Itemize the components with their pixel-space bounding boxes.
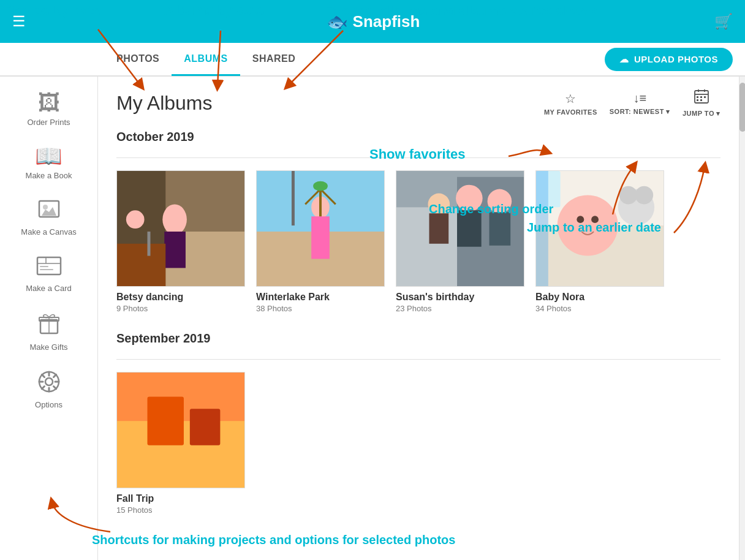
svg-rect-68 — [190, 409, 221, 445]
album-item-winterlake[interactable]: Winterlake Park 38 Photos — [256, 170, 385, 313]
sort-icon: ↓≡ — [633, 91, 647, 105]
svg-point-57 — [558, 195, 618, 256]
favorites-star-icon: ☆ — [565, 91, 576, 106]
album-thumb-winterlake — [256, 170, 385, 287]
svg-rect-25 — [700, 96, 702, 98]
section-divider-1 — [116, 157, 720, 158]
svg-line-19 — [42, 387, 44, 389]
october-album-grid: Betsy dancing 9 Photos — [116, 170, 720, 313]
album-count-betsy: 9 Photos — [116, 304, 245, 313]
sidebar-label-make-canvas: Make a Canvas — [21, 227, 76, 236]
svg-point-62 — [619, 186, 638, 205]
svg-rect-28 — [700, 99, 702, 101]
svg-point-49 — [428, 194, 450, 216]
album-thumb-betsy — [116, 170, 245, 287]
sidebar-item-make-card[interactable]: Make a Card — [0, 246, 97, 302]
make-gifts-icon — [38, 311, 60, 339]
album-name-winterlake: Winterlake Park — [256, 292, 385, 303]
logo-fish-icon: 🐟 — [327, 12, 348, 32]
album-count-winterlake: 38 Photos — [256, 304, 385, 313]
album-name-nora: Baby Nora — [535, 292, 664, 303]
sidebar-item-options[interactable]: Options — [0, 361, 97, 418]
svg-point-63 — [635, 186, 653, 205]
svg-point-1 — [43, 205, 48, 210]
album-count-susan: 23 Photos — [396, 304, 524, 313]
album-item-betsy[interactable]: Betsy dancing 9 Photos — [116, 170, 245, 313]
cart-icon[interactable]: 🛒 — [714, 13, 733, 30]
content-header: My Albums ☆ MY FAVORITES ↓≡ SORT: NEWEST… — [116, 89, 720, 118]
sidebar-label-make-card: Make a Card — [26, 284, 71, 293]
svg-rect-26 — [704, 96, 706, 98]
sidebar-item-make-book[interactable]: 📖 Make a Book — [0, 136, 97, 189]
section-date-september: September 2019 — [116, 331, 720, 349]
sidebar-label-make-book: Make a Book — [26, 171, 72, 180]
album-count-sep: 15 Photos — [116, 505, 245, 515]
jump-to-button[interactable]: JUMP TO ▾ — [683, 89, 720, 118]
september-album-grid: Fall Trip 15 Photos — [116, 372, 720, 515]
nav-tabs: PHOTOS ALBUMS SHARED ☁ UPLOAD PHOTOS — [0, 43, 745, 77]
svg-rect-50 — [429, 213, 448, 244]
jump-to-label: JUMP TO ▾ — [683, 110, 720, 118]
section-divider-2 — [116, 359, 720, 360]
svg-point-58 — [577, 216, 584, 223]
album-name-betsy: Betsy dancing — [116, 292, 245, 303]
album-count-nora: 34 Photos — [535, 304, 664, 313]
svg-point-59 — [591, 216, 599, 223]
svg-rect-54 — [490, 212, 511, 245]
scrollbar[interactable] — [739, 77, 745, 560]
tab-photos[interactable]: PHOTOS — [104, 44, 172, 76]
make-book-icon: 📖 — [35, 145, 62, 167]
scrollbar-thumb[interactable] — [739, 83, 745, 132]
svg-rect-36 — [148, 232, 151, 256]
svg-point-11 — [45, 378, 53, 385]
order-prints-icon: 🖼 — [38, 92, 60, 114]
album-item-nora[interactable]: Baby Nora 34 Photos — [535, 170, 664, 313]
make-canvas-icon — [37, 199, 61, 224]
sidebar: 🖼 Order Prints 📖 Make a Book Make a Canv… — [0, 77, 98, 560]
svg-line-17 — [53, 387, 56, 389]
album-item-susan[interactable]: Susan's birthday 23 Photos — [396, 170, 524, 313]
svg-rect-67 — [148, 397, 184, 445]
favorites-button[interactable]: ☆ MY FAVORITES — [544, 91, 597, 116]
svg-rect-33 — [164, 232, 186, 268]
album-item-sep[interactable]: Fall Trip 15 Photos — [116, 372, 245, 515]
sort-label: SORT: NEWEST ▾ — [610, 108, 670, 116]
svg-point-35 — [126, 210, 145, 229]
tab-shared[interactable]: SHARED — [240, 44, 308, 76]
sort-button[interactable]: ↓≡ SORT: NEWEST ▾ — [610, 91, 670, 116]
header: ☰ 🐟 Snapfish 🛒 — [0, 0, 745, 43]
svg-rect-52 — [457, 210, 482, 246]
svg-rect-40 — [311, 216, 330, 259]
sidebar-label-options: Options — [35, 400, 62, 409]
sidebar-item-order-prints[interactable]: 🖼 Order Prints — [0, 83, 97, 136]
hamburger-menu[interactable]: ☰ — [12, 13, 26, 30]
svg-rect-6 — [40, 269, 53, 270]
svg-rect-27 — [697, 99, 698, 101]
logo: 🐟 Snapfish — [327, 12, 420, 32]
sidebar-item-make-gifts[interactable]: Make Gifts — [0, 302, 97, 361]
svg-point-44 — [313, 181, 328, 191]
sidebar-item-make-canvas[interactable]: Make a Canvas — [0, 189, 97, 246]
content-area: My Albums ☆ MY FAVORITES ↓≡ SORT: NEWEST… — [98, 77, 739, 560]
album-thumb-sep — [116, 372, 245, 488]
upload-photos-button[interactable]: ☁ UPLOAD PHOTOS — [605, 48, 733, 71]
album-name-sep: Fall Trip — [116, 493, 245, 504]
album-name-susan: Susan's birthday — [396, 292, 524, 303]
tab-albums[interactable]: ALBUMS — [172, 44, 240, 76]
svg-rect-34 — [117, 244, 165, 286]
svg-point-53 — [488, 189, 512, 214]
svg-rect-5 — [40, 266, 48, 267]
logo-text: Snapfish — [353, 12, 420, 31]
section-date-october: October 2019 — [116, 130, 720, 148]
favorites-label: MY FAVORITES — [544, 108, 597, 116]
svg-line-18 — [53, 374, 56, 377]
svg-rect-24 — [697, 96, 698, 98]
header-actions: ☆ MY FAVORITES ↓≡ SORT: NEWEST ▾ JUMP TO… — [544, 89, 720, 118]
page-title: My Albums — [116, 92, 212, 115]
make-card-icon — [36, 255, 62, 280]
svg-point-32 — [162, 204, 187, 235]
album-thumb-susan — [396, 170, 524, 287]
svg-rect-64 — [536, 171, 548, 286]
svg-line-16 — [42, 374, 44, 377]
svg-point-51 — [456, 185, 483, 212]
